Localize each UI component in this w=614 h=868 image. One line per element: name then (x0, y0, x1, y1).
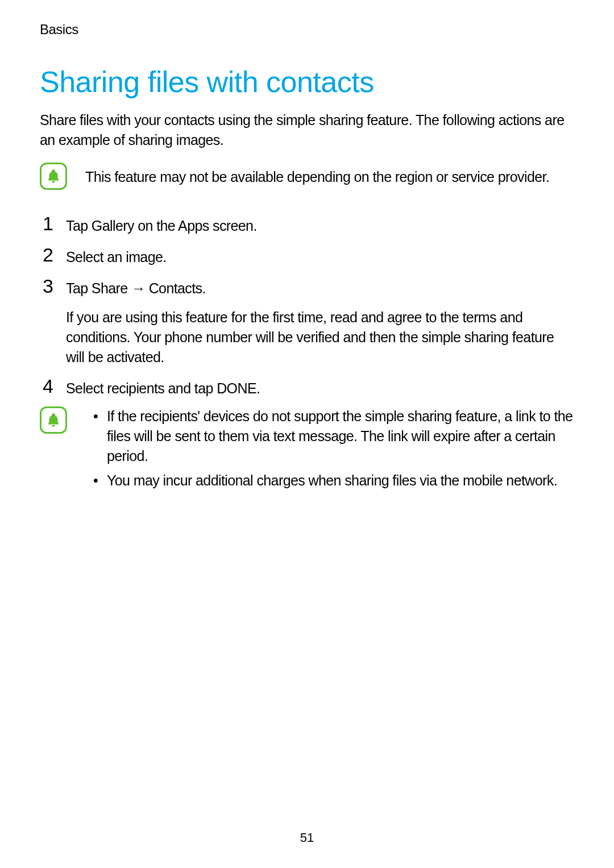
page-number: 51 (0, 830, 614, 845)
document-page: Basics Sharing files with contacts Share… (0, 0, 614, 868)
step-item: 1 Tap Gallery on the Apps screen. (40, 213, 574, 236)
step-text: Tap Gallery on the Apps screen. (66, 216, 574, 236)
bullet-list: If the recipients' devices do not suppor… (85, 406, 574, 491)
step-content: Select an image. (66, 244, 574, 267)
steps-list: 1 Tap Gallery on the Apps screen. 2 Sele… (40, 213, 574, 398)
note-block-charges: If the recipients' devices do not suppor… (40, 406, 574, 495)
page-title: Sharing files with contacts (40, 65, 574, 99)
step-number: 3 (40, 275, 56, 296)
note-block-availability: This feature may not be available depend… (40, 163, 574, 190)
breadcrumb: Basics (40, 22, 574, 38)
step-text: Tap Share → Contacts. (66, 279, 574, 298)
note-text: This feature may not be available depend… (85, 163, 549, 187)
step-item: 2 Select an image. (40, 244, 574, 267)
list-item: You may incur additional charges when sh… (93, 471, 574, 491)
step-subtext: If you are using this feature for the fi… (66, 308, 574, 367)
step-content: Tap Share → Contacts. If you are using t… (66, 275, 574, 367)
bell-icon (40, 406, 67, 434)
step-text: Select recipients and tap DONE. (66, 379, 574, 398)
list-item: If the recipients' devices do not suppor… (93, 406, 574, 466)
intro-paragraph: Share files with your contacts using the… (40, 110, 574, 150)
step-number: 4 (40, 375, 56, 396)
step-content: Select recipients and tap DONE. (66, 375, 574, 398)
step-text: Select an image. (66, 247, 574, 267)
step-number: 2 (40, 244, 56, 264)
note-text: If the recipients' devices do not suppor… (85, 406, 574, 495)
step-item: 4 Select recipients and tap DONE. (40, 375, 574, 398)
step-number: 1 (40, 213, 56, 233)
bell-icon (40, 163, 67, 190)
step-item: 3 Tap Share → Contacts. If you are using… (40, 275, 574, 367)
step-content: Tap Gallery on the Apps screen. (66, 213, 574, 236)
